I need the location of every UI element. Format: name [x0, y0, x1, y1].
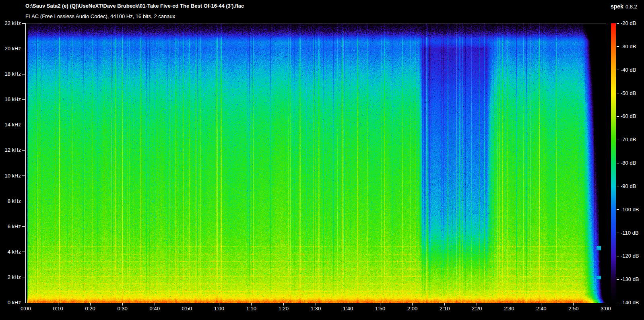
spek-client-area: O:\Sauv Sata2 (e) (Q)\UseNeXT\Dave Brube… — [0, 0, 644, 320]
freq-tick — [22, 252, 25, 252]
freq-tick-label: 2 kHz — [0, 275, 21, 280]
time-tick-label: 1:20 — [279, 306, 289, 312]
freq-tick-label: 10 kHz — [0, 173, 21, 179]
time-tick-label: 3:00 — [601, 306, 611, 312]
file-info: FLAC (Free Lossless Audio Codec), 44100 … — [25, 13, 175, 19]
app-version: 0.8.2 — [625, 4, 637, 10]
freq-tick — [22, 49, 25, 49]
freq-tick — [22, 125, 25, 125]
freq-tick-label: 12 kHz — [0, 147, 21, 153]
freq-tick — [22, 277, 25, 277]
time-tick-label: 1:50 — [375, 306, 385, 312]
level-tick-label: -40 dB — [621, 67, 636, 73]
level-tick-label: -20 dB — [621, 21, 636, 26]
freq-tick — [22, 226, 25, 227]
level-tick-label: -30 dB — [621, 44, 636, 50]
freq-tick-label: 6 kHz — [0, 224, 21, 229]
time-tick-label: 0:40 — [150, 306, 160, 312]
freq-tick-label: 8 kHz — [0, 198, 21, 204]
app-name: spek — [611, 3, 623, 10]
freq-tick-label: 20 kHz — [0, 46, 21, 52]
legend-colorbar — [611, 23, 616, 303]
time-tick-label: 2:10 — [440, 306, 450, 312]
freq-tick-label: 14 kHz — [0, 122, 21, 128]
level-tick-label: -100 dB — [621, 207, 639, 213]
freq-tick-label: 18 kHz — [0, 71, 21, 77]
level-tick-label: -120 dB — [621, 253, 639, 259]
freq-tick-label: 4 kHz — [0, 249, 21, 255]
freq-tick — [22, 303, 25, 303]
freq-tick — [22, 23, 25, 24]
time-tick-label: 0:20 — [85, 306, 95, 312]
level-tick — [617, 209, 619, 210]
time-tick-label: 0:00 — [21, 306, 31, 312]
level-tick-label: -50 dB — [621, 91, 636, 96]
level-tick-label: -60 dB — [621, 114, 636, 119]
level-tick — [617, 163, 619, 163]
level-tick — [617, 70, 619, 70]
level-tick — [617, 279, 619, 280]
time-tick-label: 1:40 — [343, 306, 353, 312]
level-tick-label: -140 dB — [621, 300, 639, 306]
level-tick-label: -70 dB — [621, 137, 636, 142]
time-tick-label: 2:50 — [568, 306, 578, 312]
freq-tick-label: 0 kHz — [0, 300, 21, 306]
time-tick-label: 2:00 — [407, 306, 417, 312]
time-tick-label: 2:20 — [472, 306, 482, 312]
freq-tick — [22, 74, 25, 74]
level-tick — [617, 186, 619, 186]
level-tick-label: -80 dB — [621, 160, 636, 166]
level-tick — [617, 46, 619, 47]
file-path-title: O:\Sauv Sata2 (e) (Q)\UseNeXT\Dave Brube… — [25, 3, 244, 9]
time-tick-label: 0:50 — [182, 306, 192, 312]
level-tick — [617, 233, 619, 233]
time-tick-label: 1:10 — [246, 306, 256, 312]
level-tick — [617, 116, 619, 117]
level-tick-label: -110 dB — [621, 230, 639, 236]
time-tick-label: 0:10 — [53, 306, 63, 312]
level-tick — [617, 23, 619, 24]
freq-tick-label: 22 kHz — [0, 21, 21, 26]
time-tick-label: 1:30 — [311, 306, 321, 312]
freq-tick — [22, 175, 25, 176]
level-tick — [617, 93, 619, 93]
level-tick-label: -130 dB — [621, 277, 639, 282]
app-brand: spek0.8.2 — [611, 3, 637, 10]
freq-tick-label: 16 kHz — [0, 97, 21, 102]
spectrogram-frame — [25, 23, 606, 303]
spectrogram-canvas — [26, 23, 606, 303]
freq-tick — [22, 150, 25, 151]
freq-tick — [22, 201, 25, 201]
level-tick — [617, 256, 619, 256]
level-tick — [617, 140, 619, 140]
freq-tick — [22, 99, 25, 100]
level-tick — [617, 303, 619, 303]
time-tick-label: 2:30 — [504, 306, 514, 312]
time-tick-label: 2:40 — [536, 306, 546, 312]
time-tick-label: 1:00 — [214, 306, 224, 312]
time-tick-label: 0:30 — [118, 306, 128, 312]
level-tick-label: -90 dB — [621, 184, 636, 189]
